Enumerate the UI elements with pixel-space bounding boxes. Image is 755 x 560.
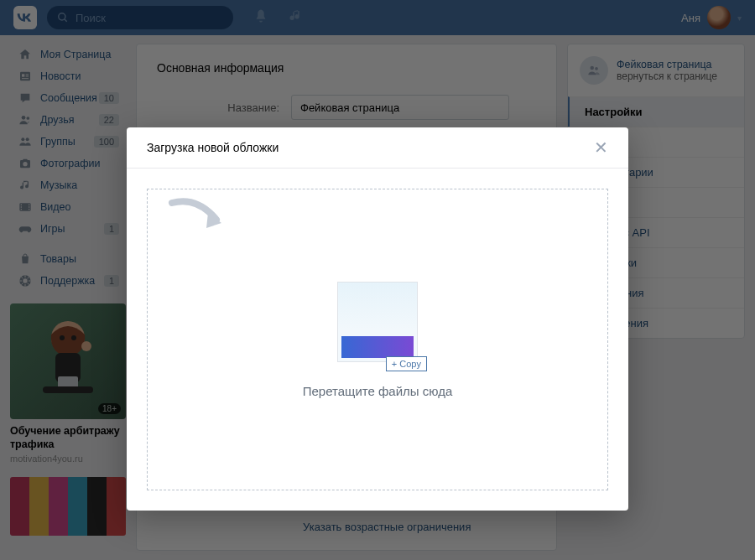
modal-header: Загрузка новой обложки ✕ <box>127 127 628 169</box>
modal-title: Загрузка новой обложки <box>147 141 279 154</box>
arrow-icon <box>168 196 226 238</box>
modal-overlay[interactable]: Загрузка новой обложки ✕ + Copy Перетащи… <box>0 0 755 560</box>
close-icon[interactable]: ✕ <box>594 139 608 156</box>
modal-body: + Copy Перетащите файлы сюда <box>127 169 628 511</box>
file-thumbnail[interactable]: + Copy <box>337 282 418 362</box>
upload-modal: Загрузка новой обложки ✕ + Copy Перетащи… <box>127 127 628 511</box>
dropzone-text: Перетащите файлы сюда <box>303 384 453 398</box>
dropzone[interactable]: + Copy Перетащите файлы сюда <box>147 189 608 490</box>
copy-badge[interactable]: + Copy <box>386 356 427 371</box>
